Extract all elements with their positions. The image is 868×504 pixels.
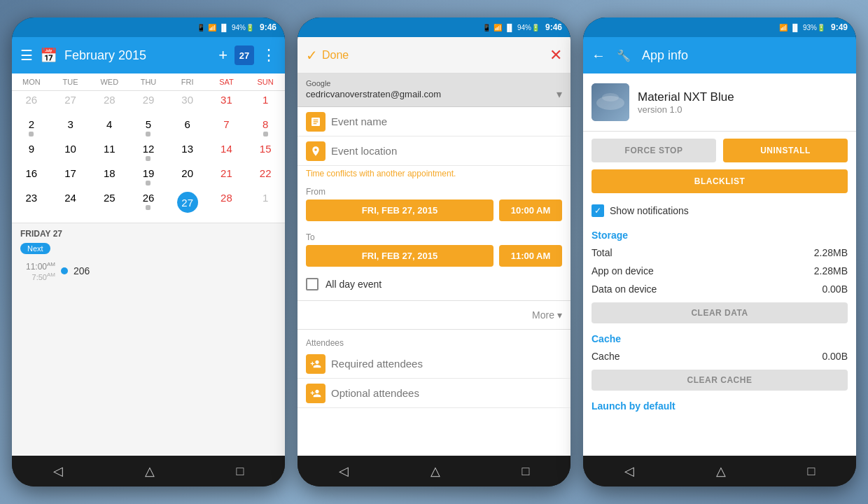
account-dropdown-icon[interactable]: ▾ <box>556 88 562 101</box>
calendar-screen: MON TUE WED THU FRI SAT SUN 26 27 28 29 … <box>12 74 285 456</box>
cal-cell-18[interactable]: 18 <box>90 164 129 189</box>
to-time-btn[interactable]: 11:00 AM <box>499 245 562 267</box>
more-icon[interactable]: ⋮ <box>261 46 276 64</box>
add-event-icon[interactable]: + <box>218 46 227 64</box>
cal-cell-22[interactable]: 22 <box>246 164 285 189</box>
storage-data-row: Data on device 0.00B <box>583 280 856 298</box>
cal-cell-14[interactable]: 14 <box>207 140 246 164</box>
uninstall-button[interactable]: UNINSTALL <box>723 139 848 162</box>
home-btn[interactable]: △ <box>145 463 155 479</box>
recents-btn-3[interactable]: □ <box>808 464 816 479</box>
storage-app-row: App on device 2.28MB <box>583 262 856 280</box>
cal-cell-30-prev[interactable]: 30 <box>168 91 207 115</box>
battery2-label: 94%🔋 <box>517 24 540 31</box>
calendar-grid: 26 27 28 29 30 31 1 2 3 4 5 6 7 8 9 10 1… <box>12 91 285 223</box>
required-attendees-field <box>298 349 570 379</box>
cal-cell-15[interactable]: 15 <box>246 140 285 164</box>
optional-attendees-field <box>298 379 570 408</box>
divider-1 <box>298 300 570 301</box>
storage-total-label: Total <box>592 247 612 258</box>
to-section: To FRI, FEB 27, 2015 11:00 AM <box>298 227 570 272</box>
cal-cell-1[interactable]: 1 <box>246 91 285 115</box>
cal-cell-28-prev[interactable]: 28 <box>90 91 129 115</box>
cal-cell-23[interactable]: 23 <box>12 189 51 223</box>
cal-cell-26[interactable]: 26 <box>129 189 168 223</box>
weekday-sun: SUN <box>246 74 285 90</box>
from-time-btn[interactable]: 10:00 AM <box>499 200 562 221</box>
close-btn[interactable]: ✕ <box>550 46 562 64</box>
home-btn-2[interactable]: △ <box>430 463 440 479</box>
recents-btn[interactable]: □ <box>237 464 244 479</box>
clear-data-button[interactable]: CLEAR DATA <box>592 302 848 323</box>
more-chevron-icon[interactable]: ▾ <box>557 309 562 321</box>
back-btn-2[interactable]: ◁ <box>339 463 349 479</box>
event-location-input[interactable] <box>331 145 562 157</box>
to-date-row: FRI, FEB 27, 2015 11:00 AM <box>306 245 562 267</box>
cal-cell-6[interactable]: 6 <box>168 115 207 140</box>
cal-cell-4[interactable]: 4 <box>90 115 129 140</box>
add-attendee-icon <box>306 354 326 374</box>
menu-icon[interactable]: ☰ <box>20 47 33 64</box>
back-btn[interactable]: ◁ <box>53 463 63 479</box>
cal-cell-29-prev[interactable]: 29 <box>129 91 168 115</box>
done-label[interactable]: Done <box>322 49 550 62</box>
from-date-btn[interactable]: FRI, FEB 27, 2015 <box>306 200 493 221</box>
cal-cell-12[interactable]: 12 <box>129 140 168 164</box>
blacklist-button[interactable]: BLACKLIST <box>592 169 848 193</box>
optional-attendees-input[interactable] <box>331 387 562 399</box>
cal-cell-26-prev[interactable]: 26 <box>12 91 51 115</box>
to-date-btn[interactable]: FRI, FEB 27, 2015 <box>306 245 493 267</box>
cal-cell-13[interactable]: 13 <box>168 140 207 164</box>
cal-cell-17[interactable]: 17 <box>51 164 90 189</box>
app-info-text: Material NXT Blue version 1.0 <box>638 90 734 115</box>
cal-cell-27-prev[interactable]: 27 <box>51 91 90 115</box>
event-name-input[interactable] <box>331 115 562 127</box>
cache-section-header: Cache <box>583 328 856 347</box>
cal-cell-5[interactable]: 5 <box>129 115 168 140</box>
recents-btn-2[interactable]: □ <box>522 464 530 479</box>
back-arrow-icon[interactable]: ← <box>592 48 606 64</box>
cal-cell-10[interactable]: 10 <box>51 140 90 164</box>
cal-cell-27-today[interactable]: 27 <box>168 189 207 223</box>
all-day-checkbox[interactable] <box>306 278 318 290</box>
clear-cache-button[interactable]: CLEAR CACHE <box>592 370 848 391</box>
cal-cell-21[interactable]: 21 <box>207 164 246 189</box>
status-icons-1: 📱 📶 ▐▌ 94%🔋 9:46 <box>197 22 276 32</box>
app-icon <box>592 83 629 121</box>
notifications-checkbox[interactable]: ✓ <box>592 204 604 217</box>
phone-app-info: 📶 ▐▌ 93%🔋 9:49 ← 🔧 App info <box>583 18 856 486</box>
force-stop-button[interactable]: FORCE STOP <box>592 139 716 162</box>
status-time-2: 9:46 <box>545 22 562 32</box>
wifi2-icon: 📶 <box>493 24 502 31</box>
cal-cell-1-next[interactable]: 1 <box>246 189 285 223</box>
cal-cell-25[interactable]: 25 <box>90 189 129 223</box>
phone-calendar: 📱 📶 ▐▌ 94%🔋 9:46 ☰ 📅 February 2015 + 27 … <box>12 18 285 486</box>
account-provider: Google <box>306 79 562 88</box>
cal-cell-11[interactable]: 11 <box>90 140 129 164</box>
cal-cell-7[interactable]: 7 <box>207 115 246 140</box>
event-title-1: 206 <box>74 265 90 276</box>
conflict-text: Time conflicts with another appointment. <box>298 166 570 181</box>
required-attendees-input[interactable] <box>331 358 562 370</box>
cal-cell-19[interactable]: 19 <box>129 164 168 189</box>
cache-val: 0.00B <box>822 351 848 362</box>
weekday-thu: THU <box>129 74 168 90</box>
cal-cell-9[interactable]: 9 <box>12 140 51 164</box>
home-btn-3[interactable]: △ <box>716 463 726 479</box>
back-btn-3[interactable]: ◁ <box>624 463 634 479</box>
cal-cell-8[interactable]: 8 <box>246 115 285 140</box>
more-label[interactable]: More <box>532 309 554 321</box>
event-item-1[interactable]: 11:00AM 7:50AM 206 <box>12 258 285 284</box>
cal-cell-31-prev[interactable]: 31 <box>207 91 246 115</box>
calendar-title: February 2015 <box>64 48 211 63</box>
account-bar: Google cedricvanoverstraten@gmail.com ▾ <box>298 74 570 107</box>
calendar-icon: 📅 <box>40 47 57 64</box>
cal-cell-16[interactable]: 16 <box>12 164 51 189</box>
cal-cell-20[interactable]: 20 <box>168 164 207 189</box>
cal-cell-2[interactable]: 2 <box>12 115 51 140</box>
cal-cell-3[interactable]: 3 <box>51 115 90 140</box>
cal-cell-28[interactable]: 28 <box>207 189 246 223</box>
cal-cell-24[interactable]: 24 <box>51 189 90 223</box>
wrench-icon: 🔧 <box>617 49 631 62</box>
from-section: From FRI, FEB 27, 2015 10:00 AM <box>298 181 570 227</box>
